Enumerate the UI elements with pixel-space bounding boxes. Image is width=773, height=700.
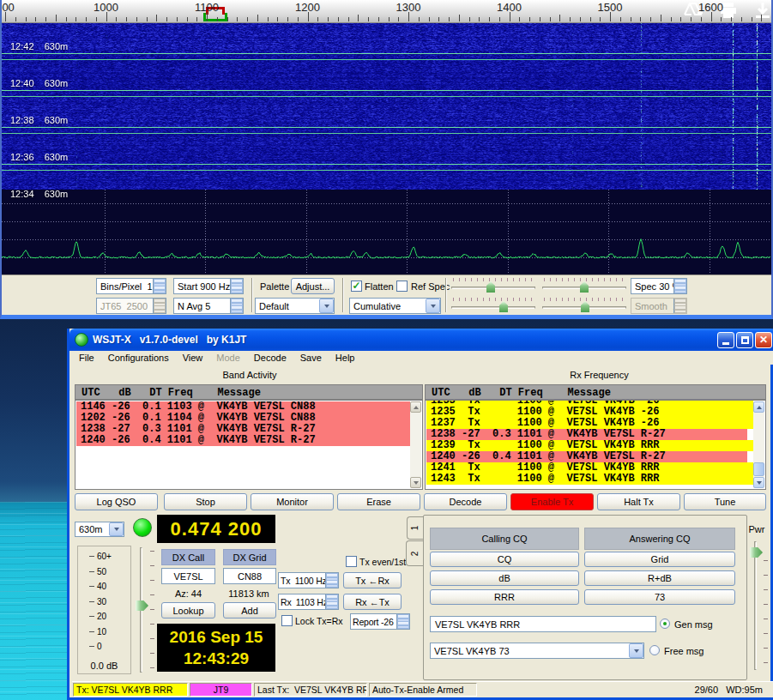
title-bar[interactable]: WSJT-X v1.7.0-devel by K1JT ✕ bbox=[69, 329, 773, 351]
menu-bar: FileConfigurationsViewModeDecodeSaveHelp bbox=[72, 351, 773, 365]
dx-grid-field[interactable]: CN88 bbox=[223, 568, 276, 584]
bins-pixel-spinner[interactable]: Bins/Pixel 1 bbox=[96, 278, 166, 294]
palette-combo[interactable]: Default bbox=[255, 298, 335, 314]
scale-tick bbox=[247, 17, 248, 21]
menu-decode[interactable]: Decode bbox=[247, 352, 293, 364]
rx-frequency-scrollbar[interactable] bbox=[753, 401, 764, 488]
status-tx-message: Tx: VE7SL VK4YB RRR bbox=[73, 683, 188, 697]
adjust-button[interactable]: Adjust... bbox=[291, 278, 335, 294]
scroll-down-icon[interactable] bbox=[410, 477, 421, 488]
scale-tick bbox=[600, 17, 601, 21]
decode-row[interactable]: 1240 -26 0.4 1101 @ VK4YB VE7SL R-27 bbox=[76, 435, 410, 446]
zero-slider-1[interactable] bbox=[451, 298, 535, 312]
meter-tick-label: 40 bbox=[97, 582, 106, 591]
scale-tick bbox=[86, 17, 87, 21]
scale-tick bbox=[752, 17, 752, 21]
scale-tick bbox=[580, 17, 581, 21]
scale-tick bbox=[469, 17, 470, 21]
decode-row[interactable]: 1243 Tx 1100 @ VE7SL VK4YB RRR bbox=[426, 474, 753, 485]
scale-tick bbox=[96, 17, 97, 21]
grid-button[interactable]: Grid bbox=[584, 552, 735, 567]
pwr-slider[interactable] bbox=[747, 540, 768, 673]
monitor-button[interactable]: Monitor bbox=[251, 493, 334, 510]
cq-button[interactable]: CQ bbox=[430, 552, 579, 567]
frequency-display[interactable]: 0.474 200 bbox=[157, 515, 275, 543]
rx-freq-spinner[interactable]: Rx 1103 Hz bbox=[278, 594, 339, 610]
lookup-button[interactable]: Lookup bbox=[161, 602, 215, 619]
meter-tick-label: 60+ bbox=[97, 552, 112, 561]
seventy-three-button[interactable]: 73 bbox=[584, 589, 735, 605]
close-button[interactable]: ✕ bbox=[755, 332, 772, 348]
spectrum-graph[interactable] bbox=[2, 190, 771, 275]
waterfall-display[interactable] bbox=[2, 23, 771, 190]
report-spinner[interactable]: Report -26 bbox=[350, 613, 410, 630]
tab-2[interactable]: 2 bbox=[406, 540, 423, 566]
scroll-up-icon[interactable] bbox=[753, 401, 764, 413]
flatten-checkbox[interactable]: ✓ bbox=[351, 281, 362, 292]
download-icon[interactable] bbox=[753, 2, 771, 19]
free-msg-radio[interactable] bbox=[649, 645, 660, 655]
gain-slider-2[interactable] bbox=[542, 278, 626, 293]
scroll-thumb[interactable] bbox=[753, 462, 764, 476]
r-db-button[interactable]: R+dB bbox=[584, 570, 735, 586]
menu-view[interactable]: View bbox=[176, 352, 210, 364]
minimize-button[interactable] bbox=[717, 332, 734, 348]
tx-even-checkbox[interactable] bbox=[346, 556, 357, 567]
tune-button[interactable]: Tune bbox=[684, 493, 766, 510]
free-msg-combo[interactable]: VE7SL VK4YB 73 bbox=[430, 643, 644, 659]
menu-configurations[interactable]: Configurations bbox=[101, 352, 176, 364]
halt-tx-button[interactable]: Halt Tx bbox=[597, 493, 680, 510]
menu-help[interactable]: Help bbox=[329, 352, 362, 364]
menu-save[interactable]: Save bbox=[293, 352, 329, 364]
start-hz-spinner[interactable]: Start 900 Hz bbox=[173, 278, 244, 294]
decode-button[interactable]: Decode bbox=[424, 493, 507, 510]
maximize-button[interactable] bbox=[736, 332, 753, 348]
db-button[interactable]: dB bbox=[430, 570, 579, 586]
menu-mode[interactable]: Mode bbox=[209, 352, 247, 364]
scroll-up-icon[interactable] bbox=[410, 401, 421, 413]
frequency-scale[interactable]: 9001000110012001300140015001600 bbox=[2, 0, 771, 23]
zero-slider-2[interactable] bbox=[542, 298, 626, 312]
scroll-down-icon[interactable] bbox=[753, 477, 764, 488]
enable-tx-button[interactable]: Enable Tx bbox=[510, 493, 594, 510]
spec-percent-spinner[interactable]: Spec 30 % bbox=[631, 278, 687, 294]
tx-freq-spinner[interactable]: Tx 1100 Hz bbox=[278, 572, 339, 588]
rx-from-tx-button[interactable]: Rx ←Tx bbox=[343, 594, 402, 610]
mode-combo[interactable]: Cumulative bbox=[349, 298, 441, 314]
calling-cq-header: Calling CQ bbox=[430, 528, 579, 550]
add-button[interactable]: Add bbox=[223, 602, 276, 619]
scale-tick bbox=[15, 17, 16, 21]
lock-txrx-checkbox[interactable] bbox=[281, 615, 293, 626]
scale-tick bbox=[136, 17, 137, 21]
band-combo[interactable]: 630m bbox=[75, 522, 124, 537]
scale-tick bbox=[35, 17, 36, 21]
log-qso-button[interactable]: Log QSO bbox=[75, 493, 158, 510]
rrr-button[interactable]: RRR bbox=[430, 589, 579, 605]
gain-slider-1[interactable] bbox=[451, 278, 535, 293]
tx-from-rx-button[interactable]: Tx ←Rx bbox=[343, 572, 402, 588]
ref-spec-checkbox[interactable] bbox=[396, 281, 408, 292]
n-avg-spinner[interactable]: N Avg 5 bbox=[173, 298, 244, 314]
rx-frequency-pane[interactable]: 1233 Tx 1100 @ VE7SL VK4YB -261235 Tx 11… bbox=[425, 400, 766, 490]
erase-button[interactable]: Erase bbox=[337, 493, 420, 510]
menu-file[interactable]: File bbox=[72, 352, 101, 364]
scale-label: 1000 bbox=[94, 1, 118, 14]
gen-msg-radio[interactable] bbox=[660, 619, 670, 629]
scale-label: 1300 bbox=[396, 1, 421, 14]
rx-frequency-title: Rx Frequency bbox=[507, 370, 691, 380]
band-activity-pane[interactable]: 1146 -26 0.1 1103 @ VK4YB VE7SL CN881202… bbox=[75, 400, 423, 490]
scale-tick bbox=[650, 17, 651, 21]
scale-tick bbox=[631, 17, 631, 21]
wsjtx-window: WSJT-X v1.7.0-devel by K1JT ✕ FileConfig… bbox=[67, 329, 773, 700]
tab-1[interactable]: 1 bbox=[407, 516, 423, 540]
dx-call-field[interactable]: VE7SL bbox=[161, 568, 215, 584]
gen-msg-field[interactable]: VE7SL VK4YB RRR bbox=[430, 616, 656, 632]
meter-tick bbox=[89, 571, 94, 572]
meter-tick-label: 50 bbox=[97, 567, 106, 576]
rx-status-led bbox=[133, 518, 152, 537]
waterfall-gain-slider[interactable] bbox=[135, 546, 155, 674]
scale-tick bbox=[217, 17, 218, 21]
gen-msg-label: Gen msg bbox=[674, 619, 713, 630]
stop-button[interactable]: Stop bbox=[164, 493, 247, 510]
band-activity-scrollbar[interactable] bbox=[410, 401, 421, 488]
